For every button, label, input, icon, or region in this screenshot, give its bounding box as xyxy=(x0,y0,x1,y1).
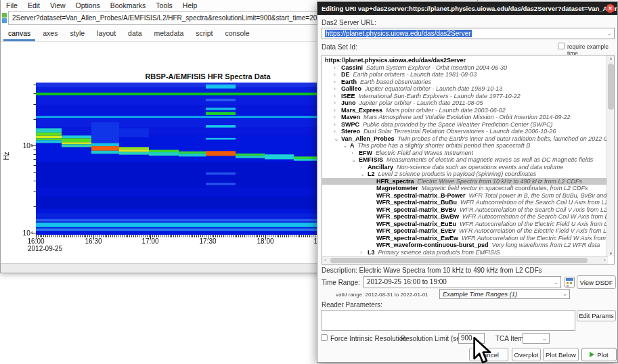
expand-icon[interactable]: › xyxy=(334,78,341,86)
tree-item-wfr_spectral-matrix_evev[interactable]: WFR_spectral-matrix_EvEvWFR Autocorrelat… xyxy=(322,227,607,235)
calendar-icon[interactable] xyxy=(565,277,575,288)
collapse-icon[interactable]: ⌄ xyxy=(343,142,350,150)
scroll-up-icon[interactable]: ▲ xyxy=(607,56,615,60)
xtick-1800: 18:00 xyxy=(257,237,273,245)
expand-icon[interactable]: › xyxy=(334,99,341,107)
tree-item-isee[interactable]: ›ISEEInternational Sun-Earth Explorers -… xyxy=(322,93,607,100)
expand-icon[interactable]: › xyxy=(351,150,359,157)
tree-item-wfr_spectral-matrix_ewew[interactable]: WFR_spectral-matrix_EwEwWFR Autocorrelat… xyxy=(322,235,607,242)
expand-icon[interactable]: › xyxy=(334,107,341,114)
tree-item-earth[interactable]: ›EarthEarth based observatories xyxy=(322,78,607,86)
tree-item-wfr_waveform-continuous-burst_psd[interactable]: WFR_waveform-continuous-burst_psdVery lo… xyxy=(322,242,607,249)
tab-axes[interactable]: axes xyxy=(37,26,64,41)
expand-icon[interactable]: › xyxy=(334,71,341,78)
tree-item-ancillary[interactable]: ›AncillaryNon-science data such as opera… xyxy=(322,164,607,171)
tree-item-wfr_spectral-matrix_bubu[interactable]: WFR_spectral-matrix_BuBuWFR Autocorrelat… xyxy=(322,199,607,206)
overplot-button[interactable]: Overplot xyxy=(512,348,541,361)
tree-item-galileo[interactable]: ›GalileoJupiter equatorial orbiter - Lau… xyxy=(322,85,607,93)
tab-metadata[interactable]: metadata xyxy=(148,26,190,41)
play-icon xyxy=(590,352,594,357)
tree-item-magnetometer[interactable]: MagnetometerMagnetic field vector in spa… xyxy=(322,185,607,192)
tree-vertical-scrollbar[interactable]: ▲ ▼ xyxy=(606,55,614,256)
menu-bookmarks[interactable]: Bookmarks xyxy=(110,1,146,9)
menu-edit[interactable]: Edit xyxy=(28,1,40,9)
edit-params-button[interactable]: Edit Params xyxy=(577,310,616,321)
chevron-down-icon[interactable]: ⌄ xyxy=(562,290,567,298)
chevron-down-icon[interactable]: ⌄ xyxy=(606,28,612,38)
tree-item-de[interactable]: ›DEEarth polar orbiters - Launch date 19… xyxy=(322,71,607,78)
x-axis-date-label: 2012-09-25 xyxy=(28,245,62,252)
tree-item-name: https://planet.physics.uiowa.edu/das/das… xyxy=(325,57,466,64)
dialog-titlebar[interactable]: Editing URI vap+das2server:https://plane… xyxy=(317,2,617,15)
plot-below-button[interactable]: Plot Below xyxy=(543,348,579,361)
tab-layout[interactable]: layout xyxy=(91,26,122,41)
expand-icon[interactable]: › xyxy=(334,128,341,135)
cancel-button[interactable]: Cancel xyxy=(469,348,508,361)
collapse-icon[interactable]: ⌄ xyxy=(360,170,368,178)
expand-icon[interactable]: › xyxy=(334,114,341,121)
tree-item-name: HFR_spectra xyxy=(376,178,414,185)
chevron-down-icon[interactable]: ⌄ xyxy=(542,334,547,343)
tree-item-stereo[interactable]: ›StereoDual Solar Terrestrial Relation O… xyxy=(322,128,607,135)
menu-file[interactable]: File xyxy=(6,1,18,9)
tree-item-wfr_spectral-matrix_bvbv[interactable]: WFR_spectral-matrix_BvBvWFR Autocorrelat… xyxy=(322,206,607,214)
tree-item-cassini[interactable]: ›CassiniSaturn System Explorer - Orbit I… xyxy=(322,64,607,72)
tab-script[interactable]: script xyxy=(190,26,219,41)
tree-item-efw[interactable]: ›EFWElectric Field and Waves Instrument xyxy=(322,150,607,157)
tca-item-combo[interactable]: ⌄ xyxy=(523,333,550,344)
example-time-ranges-combo[interactable]: Example Time Ranges (1) ⌄ xyxy=(439,289,570,299)
tree-item-httpsplanetphysicsuiowaedudasdas2server[interactable]: https://planet.physics.uiowa.edu/das/das… xyxy=(322,57,607,64)
collapse-icon[interactable]: ⌄ xyxy=(334,135,341,143)
scroll-left-icon[interactable]: ‹ xyxy=(324,257,326,264)
expand-icon[interactable]: › xyxy=(360,249,368,256)
tree-item-hfr_spectra[interactable]: HFR_spectraElectric Wave Spectra from 10… xyxy=(322,178,607,185)
scroll-down-icon[interactable]: ▼ xyxy=(607,252,615,256)
plot-below-label: Plot Below xyxy=(546,351,576,359)
server-url-value: https://planet.physics.uiowa.edu/das/das… xyxy=(325,30,472,37)
reader-parameters-input[interactable] xyxy=(322,310,575,331)
server-url-combo[interactable]: https://planet.physics.uiowa.edu/das/das… xyxy=(322,28,615,39)
expand-icon[interactable]: › xyxy=(360,164,368,171)
tree-item-mars_express[interactable]: ›Mars_ExpressMars polar orbiter - Launch… xyxy=(322,107,607,114)
tree-item-emfisis[interactable]: ⌄EMFISISMeasurements of electric and mag… xyxy=(322,156,607,164)
resolution-limit-input[interactable]: 900 xyxy=(458,333,485,344)
tree-item-l2[interactable]: ⌄L2Level 2 science products in payload (… xyxy=(322,170,607,178)
tree-item-maven[interactable]: ›MavenMars Atmosphere and Volatile Evolu… xyxy=(322,114,607,121)
tab-style[interactable]: style xyxy=(64,26,91,41)
close-icon[interactable]: ✕ xyxy=(606,4,615,13)
force-intrinsic-resolution-checkbox[interactable] xyxy=(321,334,328,341)
scrollbar-thumb[interactable] xyxy=(608,64,614,110)
chevron-down-icon[interactable]: ⌄ xyxy=(553,277,558,288)
tree-item-wfr_spectral-matrix_eueu[interactable]: WFR_spectral-matrix_EuEuWFR Autocorrelat… xyxy=(322,221,607,228)
tree-horizontal-scrollbar[interactable]: ‹ › xyxy=(322,256,608,264)
menu-view[interactable]: View xyxy=(50,1,66,9)
expand-icon[interactable]: › xyxy=(334,85,341,93)
ytick-1e5: 10⁵ xyxy=(16,142,33,150)
scroll-right-icon[interactable]: › xyxy=(604,257,606,264)
plot-button[interactable]: Plot xyxy=(581,348,617,361)
tree-item-swpc[interactable]: ›SWPCPublic data provided by the Space W… xyxy=(322,121,607,129)
tree-item-name: SWPC xyxy=(341,121,359,128)
menu-help[interactable]: Help xyxy=(183,1,198,9)
tree-item-juno[interactable]: ›JunoJupiter polar orbiter - Launch date… xyxy=(322,99,607,107)
expand-icon[interactable]: › xyxy=(334,121,341,129)
tree-item-van_allen_probes[interactable]: ⌄Van_Allen_ProbesTwin probes of the Eart… xyxy=(322,135,607,143)
scrollbar-thumb[interactable] xyxy=(330,258,588,263)
tree-item-l3[interactable]: ›L3Primary science data products from EM… xyxy=(322,249,607,256)
tab-canvas[interactable]: canvas xyxy=(2,26,37,41)
screen: Autoplot (dev894338) File Edit View Opti… xyxy=(0,0,618,364)
menu-tools[interactable]: Tools xyxy=(156,1,173,9)
expand-icon[interactable]: › xyxy=(334,93,341,100)
menu-options[interactable]: Options xyxy=(76,1,100,9)
tree-item-a[interactable]: ⌄AThis probe has a slightly shorter orbi… xyxy=(322,142,607,150)
time-range-combo[interactable]: 2012-09-25 16:00 to 19:00 ⌄ xyxy=(363,276,561,288)
tab-console[interactable]: console xyxy=(219,26,255,41)
tree-item-wfr_spectral-matrix_bwbw[interactable]: WFR_spectral-matrix_BwBwWFR Autocorrelat… xyxy=(322,213,607,221)
tree-item-name: Magnetometer xyxy=(376,185,418,191)
tab-data[interactable]: data xyxy=(122,26,148,41)
collapse-icon[interactable]: ⌄ xyxy=(351,156,359,164)
require-example-time-checkbox[interactable] xyxy=(558,43,565,49)
tree-item-wfr_spectral-matrix_b-power[interactable]: WFR_spectral-matrix_B-PowerWFR Total pow… xyxy=(322,192,607,200)
expand-icon[interactable]: › xyxy=(334,64,341,72)
view-dsdf-button[interactable]: View DSDF xyxy=(577,275,616,289)
